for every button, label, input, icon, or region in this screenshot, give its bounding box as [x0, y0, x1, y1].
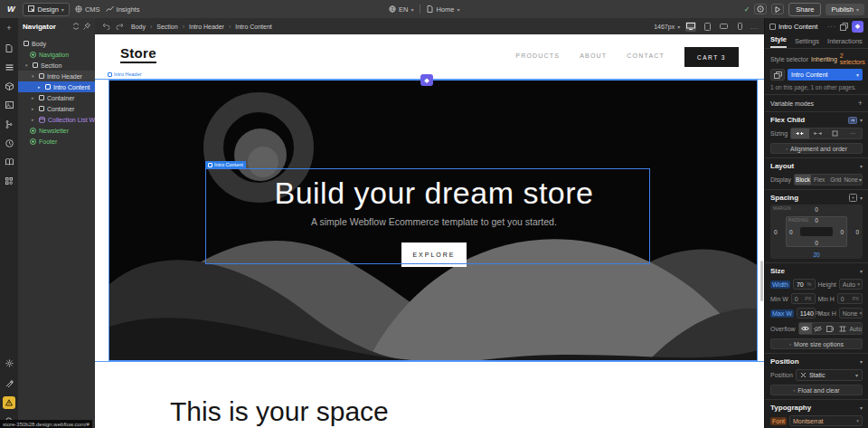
- min-height-input[interactable]: 0 PX: [837, 293, 863, 304]
- chevron-down-icon[interactable]: ▾: [25, 62, 30, 68]
- tree-item-navigation[interactable]: Navigation: [18, 49, 95, 60]
- create-component-icon[interactable]: [840, 23, 848, 31]
- undo-icon[interactable]: [102, 23, 110, 30]
- chevron-right-icon[interactable]: ▸: [32, 117, 36, 122]
- publish-button[interactable]: Publish ▾: [826, 4, 864, 15]
- spacing-widget[interactable]: MARGIN 0 0 0 20 PADDING 0 0 0 0: [770, 204, 863, 259]
- nav-link-about[interactable]: ABOUT: [580, 52, 607, 59]
- nav-link-contact[interactable]: CONTACT: [627, 52, 665, 59]
- tree-item-newsletter[interactable]: Newsletter: [18, 125, 95, 136]
- selector-state-button[interactable]: [770, 69, 785, 81]
- padding-bottom-value[interactable]: 0: [815, 240, 818, 246]
- chevron-down-icon[interactable]: ▾: [860, 117, 863, 123]
- breadcrumb-item-section[interactable]: Section: [156, 24, 177, 30]
- tree-item-intro-header[interactable]: ▾ Intro Header: [18, 71, 95, 81]
- comments-button[interactable]: [754, 4, 767, 14]
- breakpoint-phone-landscape-button[interactable]: [718, 22, 729, 32]
- sizing-fixed-button[interactable]: [826, 128, 844, 138]
- chevron-right-icon[interactable]: ▸: [38, 84, 42, 90]
- breadcrumb-item-body[interactable]: Body: [131, 24, 146, 30]
- site-logo[interactable]: Store: [120, 45, 156, 63]
- inheriting-count[interactable]: 2 selectors: [840, 52, 865, 65]
- history-button[interactable]: [3, 137, 15, 149]
- assets-button[interactable]: [3, 99, 15, 111]
- breadcrumb-item-intro-content[interactable]: Intro Content: [235, 24, 271, 30]
- more-size-options-button[interactable]: › More size options: [770, 338, 863, 349]
- canvas-scrollbar[interactable]: [760, 261, 763, 301]
- page-switcher[interactable]: Home ▾: [427, 5, 459, 14]
- variables-button[interactable]: [3, 118, 15, 130]
- share-button[interactable]: Share: [788, 3, 821, 16]
- overflow-auto-button[interactable]: Auto: [849, 323, 862, 334]
- insights-button[interactable]: Insights: [106, 5, 140, 14]
- width-input[interactable]: 70 %: [793, 279, 816, 290]
- breakpoint-phone-portrait-button[interactable]: [734, 22, 745, 32]
- tree-item-container-1[interactable]: ▸ Container: [18, 92, 95, 103]
- element-settings-handle[interactable]: ◆: [420, 74, 433, 86]
- intro-content-tag[interactable]: Intro Content: [205, 161, 246, 168]
- margin-right-value[interactable]: 0: [855, 229, 859, 235]
- navigator-button[interactable]: [3, 61, 15, 73]
- tab-style[interactable]: Style: [770, 35, 787, 48]
- element-actions-button[interactable]: ◆: [852, 21, 863, 33]
- breadcrumb-item-intro-header[interactable]: Intro Header: [189, 24, 224, 30]
- add-elements-button[interactable]: +: [3, 22, 15, 34]
- overflow-hidden-button[interactable]: [812, 323, 825, 334]
- collapse-all-icon[interactable]: [72, 23, 80, 30]
- tree-item-footer[interactable]: Footer: [18, 136, 95, 147]
- overflow-visible-button[interactable]: [799, 323, 812, 334]
- breakpoint-desktop-button[interactable]: [685, 22, 696, 32]
- position-dropdown[interactable]: Static ▾: [796, 369, 863, 381]
- canvas-width-dropdown[interactable]: 1467px ▾: [654, 24, 680, 30]
- tree-item-body[interactable]: Body: [18, 38, 95, 49]
- webflow-logo-icon[interactable]: W: [5, 5, 17, 14]
- nav-link-products[interactable]: PRODUCTS: [515, 52, 560, 59]
- padding-right-value[interactable]: 0: [840, 229, 844, 235]
- page-settings-button[interactable]: [3, 376, 15, 389]
- min-width-unit[interactable]: PX: [805, 296, 811, 301]
- width-unit[interactable]: %: [807, 281, 812, 287]
- margin-top-value[interactable]: 0: [815, 206, 818, 213]
- min-width-input[interactable]: 0 PX: [791, 293, 816, 304]
- pin-icon[interactable]: [83, 23, 90, 30]
- intro-header-tag[interactable]: Intro Header: [108, 71, 142, 77]
- chevron-right-icon[interactable]: ▸: [32, 106, 36, 111]
- design-mode-button[interactable]: Design ▾: [23, 3, 70, 16]
- chevron-right-icon[interactable]: ▸: [32, 95, 36, 100]
- hero-section[interactable]: Build your dream store A simple Webflow …: [108, 80, 758, 361]
- chevron-down-icon[interactable]: ▾: [860, 163, 863, 169]
- display-none-button[interactable]: None ▾: [844, 175, 862, 185]
- breakpoint-tablet-button[interactable]: [702, 22, 712, 32]
- preview-button[interactable]: [771, 4, 784, 14]
- height-input[interactable]: Auto ▾: [839, 279, 863, 290]
- padding-widget[interactable]: PADDING 0 0 0 0: [786, 216, 847, 247]
- sizing-shrink-button[interactable]: [791, 128, 808, 138]
- tree-item-container-2[interactable]: ▸ Container: [18, 103, 95, 114]
- display-block-button[interactable]: Block: [795, 175, 811, 185]
- class-selector-input[interactable]: Intro Content ▾: [788, 69, 863, 81]
- max-width-input[interactable]: 1140 PX: [797, 308, 816, 319]
- site-navbar[interactable]: Store PRODUCTS ABOUT CONTACT CART 3: [95, 34, 764, 77]
- next-section-heading[interactable]: This is your space: [170, 396, 389, 427]
- spacing-link-icon[interactable]: [849, 194, 857, 202]
- tree-item-section[interactable]: ▾ Section: [18, 60, 95, 71]
- margin-bottom-value[interactable]: 20: [813, 252, 819, 258]
- float-clear-button[interactable]: › Float and clear: [770, 385, 863, 395]
- padding-left-value[interactable]: 0: [789, 229, 793, 235]
- cart-button[interactable]: CART 3: [684, 47, 739, 67]
- overflow-scroll-button[interactable]: [824, 323, 836, 334]
- settings-button[interactable]: [3, 357, 15, 369]
- chevron-down-icon[interactable]: ▾: [860, 195, 863, 201]
- cms-button[interactable]: CMS: [75, 5, 100, 14]
- display-flex-button[interactable]: Flex: [811, 175, 827, 185]
- design-canvas[interactable]: Store PRODUCTS ABOUT CONTACT CART 3 Intr…: [95, 34, 764, 428]
- display-grid-button[interactable]: Grid: [827, 175, 844, 185]
- libraries-button[interactable]: [3, 156, 15, 168]
- apps-button[interactable]: [3, 175, 15, 187]
- max-height-input[interactable]: None ▾: [839, 308, 863, 319]
- redo-icon[interactable]: [116, 23, 124, 30]
- margin-left-value[interactable]: 0: [774, 229, 778, 235]
- sizing-more-button[interactable]: ···: [844, 128, 862, 138]
- chevron-down-icon[interactable]: ▾: [860, 268, 863, 274]
- chevron-down-icon[interactable]: ▾: [32, 73, 36, 79]
